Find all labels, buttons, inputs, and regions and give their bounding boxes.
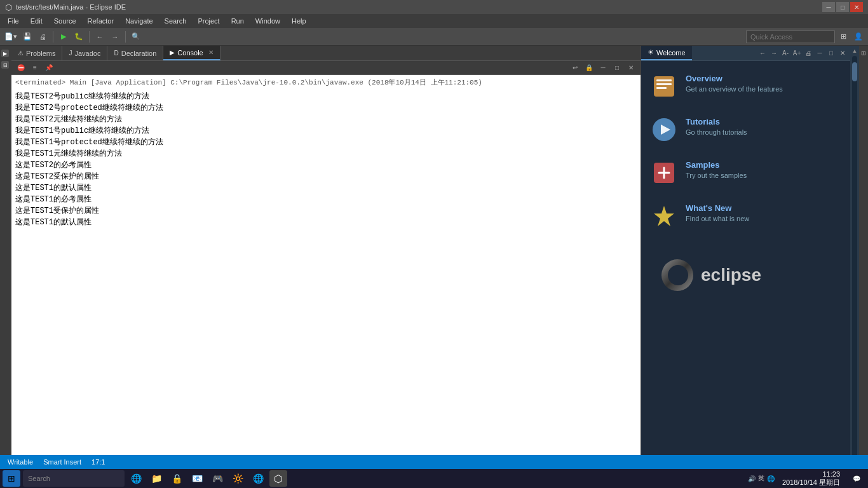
tab-console-label: Console (177, 49, 203, 57)
search-button[interactable]: 🔍 (129, 30, 143, 44)
debug-button[interactable]: 🐛 (72, 30, 86, 44)
app-icon: ⬡ (5, 3, 12, 12)
welcome-font-increase[interactable]: A+ (792, 48, 802, 58)
welcome-tab-bar: ☀ Welcome ← → A- A+ 🖨 ─ □ ✕ (641, 46, 850, 61)
taskbar-notification[interactable]: 💬 (848, 470, 865, 487)
menu-source[interactable]: Source (49, 16, 81, 26)
close-button[interactable]: ✕ (850, 2, 863, 12)
tab-problems[interactable]: ⚠ Problems (11, 46, 62, 60)
console-wrap-button[interactable]: ↩ (569, 63, 581, 73)
taskbar-email[interactable]: 📧 (188, 470, 206, 487)
left-icon-1[interactable]: ▶ (1, 50, 9, 57)
status-position: 17:1 (89, 458, 107, 466)
menu-project[interactable]: Project (193, 16, 224, 26)
menu-navigate[interactable]: Navigate (120, 16, 158, 26)
menu-search[interactable]: Search (159, 16, 192, 26)
forward-button[interactable]: → (108, 30, 122, 44)
eclipse-logo-circle (661, 259, 693, 291)
console-pin-button[interactable]: 📌 (43, 63, 55, 73)
menu-refactor[interactable]: Refactor (83, 16, 119, 26)
editor-area: ⚠ Problems J Javadoc D Declaration ▶ Con… (11, 46, 641, 469)
tab-welcome[interactable]: ☀ Welcome (641, 46, 692, 60)
eclipse-logo-inner (668, 265, 688, 285)
javadoc-icon: J (69, 50, 72, 57)
taskbar-green[interactable]: 🔆 (229, 470, 247, 487)
taskbar-lock[interactable]: 🔒 (168, 470, 186, 487)
taskbar-start[interactable]: ⊞ (3, 470, 20, 487)
perspective-button[interactable]: ⊞ (836, 30, 850, 44)
svg-rect-1 (656, 79, 672, 81)
welcome-tab-label: Welcome (656, 49, 686, 57)
tab-javadoc[interactable]: J Javadoc (62, 46, 107, 60)
scroll-track[interactable] (852, 56, 857, 459)
welcome-item-tutorials[interactable]: Tutorials Go through tutorials (651, 117, 840, 142)
clock-time: 11:23 (782, 470, 840, 478)
welcome-minimize[interactable]: ─ (815, 48, 825, 58)
console-icon: ▶ (170, 49, 175, 56)
console-close2[interactable]: ✕ (625, 63, 637, 73)
right-outer-tabs: ⊟ (859, 46, 868, 469)
welcome-nav-forward[interactable]: → (769, 48, 779, 58)
welcome-item-samples[interactable]: Samples Try out the samples (651, 160, 840, 186)
svg-rect-2 (656, 83, 672, 85)
icon-button-2[interactable]: 👤 (851, 30, 865, 44)
welcome-print[interactable]: 🖨 (803, 48, 813, 58)
samples-title: Samples (686, 160, 747, 170)
taskbar-explorer[interactable]: 📁 (147, 470, 165, 487)
console-line-11: 这是TEST1受保护的属性 (15, 205, 637, 217)
taskbar-ie[interactable]: 🌐 (127, 470, 145, 487)
run-button[interactable]: ▶ (57, 30, 71, 44)
console-clear-button[interactable]: ⛔ (15, 63, 27, 73)
welcome-body: Overview Get an overview of the features… (641, 61, 850, 469)
console-filter-button[interactable]: ≡ (29, 63, 41, 73)
taskbar-game[interactable]: 🎮 (208, 470, 226, 487)
welcome-item-overview[interactable]: Overview Get an overview of the features (651, 74, 840, 99)
scroll-up-icon[interactable]: ▲ (852, 47, 858, 55)
right-tab-1[interactable]: ⊟ (859, 48, 868, 58)
welcome-close[interactable]: ✕ (837, 48, 848, 58)
welcome-maximize[interactable]: □ (826, 48, 836, 58)
quick-access-input[interactable] (746, 30, 835, 43)
whats-new-text: What's New Find out what is new (686, 203, 749, 222)
welcome-scrollbar[interactable]: ▲ ▼ (850, 46, 859, 469)
left-icon-2[interactable]: ⊟ (1, 61, 9, 69)
welcome-font-decrease[interactable]: A- (780, 48, 790, 58)
title-bar-left: ⬡ test/src/test/Main.java - Eclipse IDE (5, 3, 126, 12)
new-button[interactable]: 📄▾ (3, 30, 19, 44)
menu-edit[interactable]: Edit (25, 16, 48, 26)
tab-declaration[interactable]: D Declaration (107, 46, 163, 60)
console-line-4: 我是TEST1号public继续符继续的方法 (15, 125, 637, 137)
menu-file[interactable]: File (3, 16, 24, 26)
maximize-button[interactable]: □ (836, 2, 849, 12)
tray-lang-icon: 🌐 (767, 475, 775, 482)
welcome-item-whats-new[interactable]: What's New Find out what is new (651, 203, 840, 229)
whats-new-title: What's New (686, 203, 749, 213)
welcome-nav-back[interactable]: ← (757, 48, 768, 58)
menu-window[interactable]: Window (250, 16, 285, 26)
taskbar: ⊞ Search 🌐 📁 🔒 📧 🎮 🔆 🌐 ⬡ 🔊 英 🌐 11:23 201… (0, 469, 868, 488)
scroll-thumb[interactable] (852, 62, 857, 81)
taskbar-browser[interactable]: 🌐 (249, 470, 267, 487)
taskbar-eclipse[interactable]: ⬡ (269, 470, 287, 487)
tray-ime-icon[interactable]: 英 (758, 474, 764, 483)
minimize-button[interactable]: ─ (822, 2, 835, 12)
tab-console[interactable]: ▶ Console ✕ (163, 46, 220, 60)
toolbar: 📄▾ 💾 🖨 ▶ 🐛 ← → 🔍 ⊞ 👤 (0, 28, 868, 46)
back-button[interactable]: ← (93, 30, 107, 44)
console-scroll-lock[interactable]: 🔒 (583, 63, 595, 73)
titlebar-controls: ─ □ ✕ (822, 2, 863, 12)
console-maximize[interactable]: □ (611, 63, 623, 73)
console-close-icon[interactable]: ✕ (208, 49, 214, 56)
taskbar-tray: 🔊 英 🌐 (748, 474, 775, 483)
welcome-panel: ☀ Welcome ← → A- A+ 🖨 ─ □ ✕ (641, 46, 850, 469)
save-button[interactable]: 💾 (20, 30, 34, 44)
problems-icon: ⚠ (18, 50, 24, 57)
console-line-5: 我是TEST1号protected继续符继续的方法 (15, 137, 637, 148)
console-tab-bar: ⚠ Problems J Javadoc D Declaration ▶ Con… (11, 46, 641, 61)
title-bar: ⬡ test/src/test/Main.java - Eclipse IDE … (0, 0, 868, 14)
menu-run[interactable]: Run (226, 16, 249, 26)
menu-help[interactable]: Help (287, 16, 311, 26)
taskbar-search-box[interactable]: Search (23, 470, 125, 487)
print-button[interactable]: 🖨 (36, 30, 50, 44)
console-minimize[interactable]: ─ (597, 63, 609, 73)
